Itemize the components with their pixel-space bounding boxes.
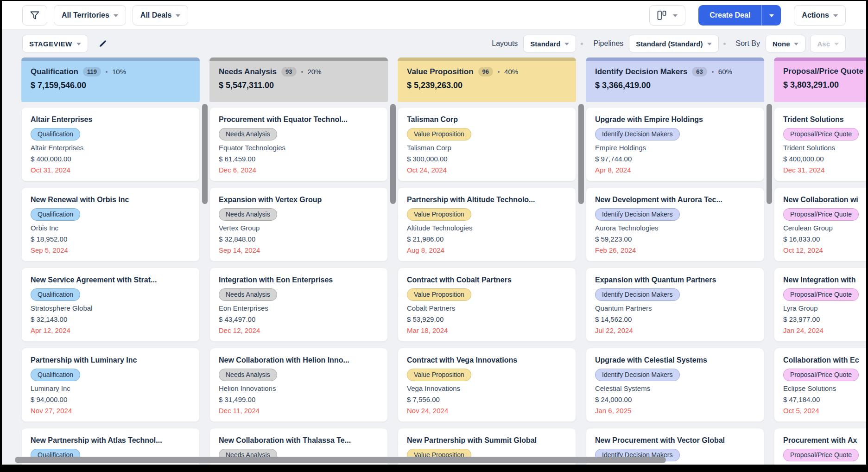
create-deal-menu-button[interactable] (761, 5, 781, 26)
deal-card[interactable]: Expansion with Vertex Group Needs Analys… (209, 187, 388, 262)
stage-badge: Value Proposition (407, 288, 471, 301)
deal-title: New Integration with (783, 276, 866, 284)
sortby-value: None (773, 40, 790, 48)
column-scrollbar[interactable] (767, 104, 772, 204)
sort-direction-dropdown[interactable]: Asc (810, 35, 846, 52)
deal-card[interactable]: New Collaboration with Helion Inno... Ne… (209, 348, 388, 422)
separator-dot (301, 71, 303, 73)
deal-card[interactable]: Collaboration with Ec Proposal/Price Quo… (774, 348, 866, 422)
stage-badge: Identify Decision Makers (595, 369, 680, 381)
view-switcher-dropdown[interactable] (649, 5, 685, 26)
deal-count-badge: 119 (83, 67, 101, 77)
chevron-down-icon (673, 14, 678, 17)
closing-date: Nov 24, 2024 (407, 407, 567, 415)
territory-filter-dropdown[interactable]: All Territories (54, 5, 126, 26)
stage-badge: Value Proposition (407, 128, 471, 140)
column-scrollbar[interactable] (578, 104, 584, 204)
deal-card[interactable]: Upgrade with Celestial Systems Identify … (586, 348, 764, 422)
stage-badge: Proposal/Price Quote (783, 208, 859, 221)
deal-card[interactable]: New Collaboration wi Proposal/Price Quot… (774, 187, 866, 262)
deal-card[interactable]: Talisman Corp Value Proposition Talisman… (398, 107, 576, 181)
deal-title: New Renewal with Orbis Inc (31, 196, 190, 204)
deal-card[interactable]: Procurement with Equator Technol... Need… (209, 107, 388, 181)
stage-color-strip (398, 57, 576, 61)
deal-card[interactable]: New Renewal with Orbis Inc Qualification… (21, 187, 200, 262)
edit-view-button[interactable] (98, 39, 108, 48)
pipeline-stage-column: Qualification 119 10% $ 7,159,546.00 Alt… (21, 57, 200, 465)
deal-card[interactable]: Contract with Cobalt Partners Value Prop… (398, 268, 576, 342)
pipeline-stage-column: Identify Decision Makers 63 60% $ 3,366,… (586, 57, 764, 465)
deal-card[interactable]: New Integration with Proposal/Price Quot… (774, 268, 866, 342)
stage-badge: Proposal/Price Quote (783, 449, 859, 461)
separator-dot (712, 71, 714, 73)
account-name: Helion Innovations (219, 384, 379, 392)
chevron-down-icon (769, 14, 774, 17)
deal-card[interactable]: New Development with Aurora Tec... Ident… (586, 187, 764, 262)
actions-dropdown[interactable]: Actions (794, 5, 846, 26)
deal-title: Trident Solutions (783, 115, 866, 124)
layouts-dropdown[interactable]: Standard (523, 35, 576, 52)
stage-name: Identify Decision Makers (595, 67, 687, 77)
pipelines-label: Pipelines (593, 39, 623, 48)
deal-amount: $ 400,000.00 (31, 155, 190, 163)
horizontal-scrollbar[interactable] (15, 457, 666, 463)
view-name-dropdown[interactable]: STAGEVIEW (22, 35, 88, 52)
stage-badge: Needs Analysis (219, 208, 277, 221)
pipelines-dropdown[interactable]: Standard (Standard) (629, 35, 718, 52)
deal-amount: $ 31,499.00 (219, 395, 379, 403)
deal-title: Upgrade with Empire Holdings (595, 115, 755, 124)
deal-amount: $ 47,184.00 (783, 395, 866, 403)
stage-badge: Qualification (31, 369, 80, 381)
deal-filter-dropdown[interactable]: All Deals (133, 5, 189, 26)
stage-total-amount: $ 5,547,311.00 (219, 81, 379, 90)
deal-card[interactable]: Expansion with Quantum Partners Identify… (586, 268, 764, 342)
deal-title: Contract with Vega Innovations (407, 356, 567, 364)
closing-date: Nov 27, 2024 (31, 407, 190, 415)
filter-button[interactable] (22, 5, 47, 26)
deal-card[interactable]: Altair Enterprises Qualification Altair … (21, 107, 200, 181)
deal-amount: $ 61,459.00 (219, 155, 379, 163)
stage-name: Value Proposition (407, 67, 474, 77)
sortby-dropdown[interactable]: None (766, 35, 806, 52)
deal-card[interactable]: Integration with Eon Enterprises Needs A… (209, 268, 388, 342)
closing-date: Dec 11, 2024 (219, 407, 379, 415)
account-name: Orbis Inc (31, 224, 190, 232)
view-name-label: STAGEVIEW (29, 40, 72, 48)
stage-badge: Qualification (31, 288, 80, 301)
closing-date: Sep 14, 2024 (219, 246, 379, 254)
deal-card[interactable]: New Service Agreement with Strat... Qual… (21, 268, 200, 342)
deal-card[interactable]: Partnership with Luminary Inc Qualificat… (21, 348, 200, 422)
chevron-down-icon (114, 14, 118, 17)
deal-amount: $ 32,143.00 (31, 315, 190, 323)
deal-card[interactable]: Upgrade with Empire Holdings Identify De… (586, 107, 764, 181)
closing-date: Dec 6, 2024 (219, 166, 379, 174)
chevron-down-icon (834, 43, 839, 45)
deal-card[interactable]: Trident Solutions Proposal/Price Quote T… (774, 107, 866, 181)
deal-title: Partnership with Altitude Technolo... (407, 196, 567, 204)
deal-amount: $ 59,223.00 (595, 235, 755, 243)
column-scrollbar[interactable] (390, 104, 396, 204)
deal-amount: $ 400,000.00 (783, 155, 866, 163)
deal-card[interactable]: Partnership with Altitude Technolo... Va… (398, 187, 576, 262)
stage-badge: Needs Analysis (219, 369, 277, 381)
column-scrollbar[interactable] (202, 104, 208, 204)
stage-badge: Proposal/Price Quote (783, 288, 859, 301)
deal-amount: $ 300,000.00 (407, 155, 567, 163)
chevron-down-icon (833, 14, 838, 17)
stage-card-list: Altair Enterprises Qualification Altair … (21, 107, 200, 465)
create-deal-button[interactable]: Create Deal (698, 5, 761, 26)
deal-title: Altair Enterprises (31, 115, 190, 124)
pipeline-stage-column: Needs Analysis 93 20% $ 5,547,311.00 Pro… (209, 57, 388, 465)
deal-card[interactable]: Contract with Vega Innovations Value Pro… (398, 348, 576, 422)
deal-amount: $ 53,929.00 (407, 315, 567, 323)
stage-badge: Needs Analysis (219, 288, 277, 301)
deal-title: Contract with Cobalt Partners (407, 276, 567, 284)
closing-date: Dec 12, 2024 (219, 326, 379, 334)
stage-name: Proposal/Price Quote (783, 67, 863, 76)
deal-amount: $ 7,556.00 (407, 395, 567, 403)
deal-title: Collaboration with Ec (783, 356, 866, 364)
deal-amount: $ 97,744.00 (595, 155, 755, 163)
deal-card[interactable]: Procurement with Ax Proposal/Price Quote… (774, 428, 866, 465)
closing-date: Apr 8, 2024 (595, 166, 755, 174)
stage-card-list: Upgrade with Empire Holdings Identify De… (586, 107, 764, 465)
